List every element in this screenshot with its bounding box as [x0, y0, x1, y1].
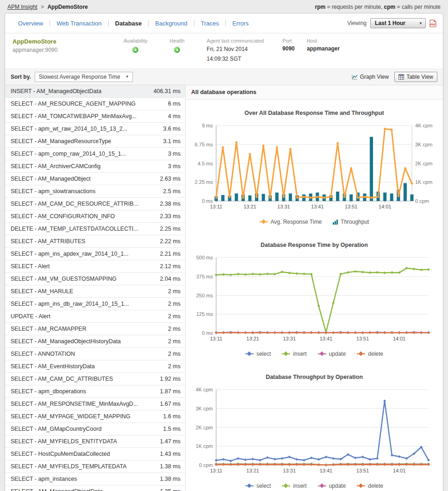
- operation-name: SELECT - AM_ArchiverCAMConfig: [11, 163, 100, 170]
- legend-label: insert: [293, 351, 306, 357]
- agent-date: Fri, 21 Nov 2014: [207, 45, 264, 53]
- operation-row[interactable]: SELECT - AM_CONFIGURATION_INFO2.33 ms: [5, 210, 185, 223]
- operation-row[interactable]: SELECT - AM_HARULE2 ms: [5, 285, 185, 298]
- sort-select[interactable]: Slowest Average Response Time ▼: [35, 72, 133, 82]
- operation-name: SELECT - AM_RESOURCE_AGENT_MAPPING: [11, 101, 136, 107]
- tab-traces[interactable]: Traces: [194, 19, 225, 28]
- svg-text:PDF: PDF: [430, 23, 436, 26]
- top-bar: APM Insight > AppDemoStore rpm = request…: [0, 0, 448, 13]
- operation-row[interactable]: SELECT - apm_dboperations1.87 ms: [5, 385, 185, 398]
- legend-label: delete: [368, 351, 383, 357]
- host-column: Host appmanager: [307, 38, 340, 52]
- health-column: Health: [170, 38, 185, 53]
- tab-database[interactable]: Database: [109, 19, 149, 28]
- operation-row[interactable]: SELECT - apm_instances1.38 ms: [5, 473, 185, 485]
- operation-row[interactable]: SELECT - AM_MYFIELDS_ENTITYDATA1.47 ms: [5, 435, 185, 448]
- operation-time: 2.5 ms: [159, 188, 180, 195]
- operation-row[interactable]: UPDATE - Alert2 ms: [5, 310, 185, 323]
- legend-bars-icon: [333, 219, 338, 225]
- operation-time: 1.38 ms: [156, 476, 180, 482]
- operation-row[interactable]: SELECT - AM_ManagedResourceType3.1 ms: [5, 135, 185, 148]
- operation-row[interactable]: SELECT - AM_MYPAGE_WIDGET_MAPPING1.6 ms: [5, 410, 185, 423]
- operation-row[interactable]: SELECT - ANNOTATION2 ms: [5, 348, 185, 360]
- tab-bar-right: Viewing Last 1 Hour ▼ PDF: [347, 18, 436, 28]
- operation-name: SELECT - AM_CAM_DC_ATTRIBUTES: [11, 376, 113, 382]
- time-range-value: Last 1 Hour: [375, 20, 405, 26]
- operation-time: 1.5 ms: [159, 426, 180, 432]
- operation-row[interactable]: SELECT - AM_TOMCATWEBAPP_MinMaxAvg...4 m…: [5, 110, 185, 123]
- breadcrumb-link-apm-insight[interactable]: APM Insight: [7, 4, 37, 10]
- svg-text:2K cpm: 2K cpm: [195, 424, 212, 430]
- operation-row[interactable]: SELECT - AM_CAM_DC_RESOURCE_ATTRIB...2.3…: [5, 198, 185, 210]
- legend-item-select[interactable]: select: [245, 483, 271, 489]
- legend-item-avg-response-time[interactable]: Avg. Response Time: [260, 219, 322, 225]
- host-value: appmanager: [307, 45, 340, 52]
- legend-line-icon: [282, 484, 290, 488]
- operation-row[interactable]: SELECT - apm_slowtransactions2.5 ms: [5, 185, 185, 198]
- operation-name: SELECT - AM_MYPAGE_WIDGET_MAPPING: [11, 413, 131, 420]
- operation-name: SELECT - AM_GMapCountryCoord: [11, 426, 101, 432]
- legend-item-delete[interactable]: delete: [357, 351, 383, 357]
- operation-row[interactable]: SELECT - AM_ManagedObject2.63 ms: [5, 173, 185, 185]
- svg-text:13:51: 13:51: [356, 336, 369, 341]
- chevron-down-icon: ▼: [125, 75, 129, 79]
- sort-select-value: Slowest Average Response Time: [39, 74, 120, 80]
- operation-row[interactable]: SELECT - HostCpuMemDataCollected1.43 ms: [5, 448, 185, 460]
- operation-row[interactable]: SELECT - apm_ins_db_raw_2014_10_15_1...2…: [5, 298, 185, 310]
- tab-overview[interactable]: Overview: [12, 19, 50, 28]
- chart-legend: Avg. Response TimeThroughput: [186, 219, 443, 225]
- tab-web-transaction[interactable]: Web Transaction: [50, 19, 108, 28]
- operation-row[interactable]: SELECT - AM_GMapCountryCoord1.5 ms: [5, 423, 185, 435]
- legend-item-select[interactable]: select: [245, 351, 271, 357]
- tab-bar: OverviewWeb TransactionDatabaseBackgroun…: [5, 13, 443, 33]
- chart-legend: selectinsertupdatedelete: [186, 483, 443, 489]
- legend-item-update[interactable]: update: [318, 483, 346, 489]
- table-view-label: Table View: [406, 74, 433, 80]
- operation-row[interactable]: SELECT - apm_comp_raw_2014_10_15_1...3 m…: [5, 148, 185, 160]
- table-view-button[interactable]: Table View: [394, 72, 437, 82]
- svg-text:13:11: 13:11: [210, 336, 222, 341]
- operation-row[interactable]: SELECT - apm_ins_apdex_raw_2014_10_1...2…: [5, 248, 185, 260]
- operation-row[interactable]: SELECT - AM_RCAMAPPER2 ms: [5, 323, 185, 335]
- cpm-abbr: cpm: [384, 4, 396, 10]
- operation-row[interactable]: SELECT - AM_ManagedObjectData...1.35 ms: [5, 485, 185, 491]
- content-area: INSERT - AM_ManagedObjectData406.31 msSE…: [5, 85, 443, 491]
- export-pdf-icon[interactable]: PDF: [429, 19, 436, 27]
- operation-row[interactable]: SELECT - AM_ManagedObjectHistoryData2 ms: [5, 335, 185, 348]
- operation-row[interactable]: INSERT - AM_ManagedObjectData406.31 ms: [5, 85, 185, 98]
- legend-item-update[interactable]: update: [318, 351, 346, 357]
- legend-label: update: [329, 351, 346, 357]
- operation-time: 1.35 ms: [156, 488, 180, 491]
- operation-row[interactable]: SELECT - AM_ATTRIBUTES2.22 ms: [5, 235, 185, 248]
- graph-view-button[interactable]: Graph View: [352, 74, 389, 80]
- operation-name: SELECT - AM_MYFIELDS_ENTITYDATA: [11, 438, 117, 445]
- legend-item-throughput[interactable]: Throughput: [333, 219, 369, 225]
- operation-row[interactable]: SELECT - AM_RESOURCE_AGENT_MAPPING6 ms: [5, 98, 185, 110]
- chart-title: Database Throughput by Operation: [186, 374, 443, 380]
- operation-row[interactable]: SELECT - AM_VM_GUESTOSMAPPING2.04 ms: [5, 273, 185, 285]
- operation-time: 2 ms: [164, 313, 180, 320]
- tab-background[interactable]: Background: [149, 19, 193, 28]
- operation-row[interactable]: SELECT - AM_RESPONSETIME_MinMaxAvgD...1.…: [5, 398, 185, 410]
- operation-row[interactable]: SELECT - AM_CAM_DC_ATTRIBUTES1.92 ms: [5, 373, 185, 385]
- time-range-select[interactable]: Last 1 Hour ▼: [370, 18, 426, 28]
- operation-time: 6 ms: [164, 101, 180, 107]
- operation-row[interactable]: SELECT - AM_MYFIELDS_TEMPLATEDATA1.38 ms: [5, 460, 185, 473]
- view-toggles: Graph View Table View: [352, 72, 437, 82]
- operation-row[interactable]: DELETE - AM_TEMP_LATESTDATACOLLECTI...2.…: [5, 223, 185, 235]
- operation-time: 2.21 ms: [156, 251, 180, 257]
- svg-text:9 ms: 9 ms: [202, 123, 213, 128]
- operation-time: 2.22 ms: [156, 238, 180, 245]
- port-column: Port 9090: [282, 38, 295, 52]
- operation-row[interactable]: SELECT - AM_ArchiverCAMConfig3 ms: [5, 160, 185, 173]
- legend-item-insert[interactable]: insert: [282, 483, 306, 489]
- svg-text:13:21: 13:21: [243, 204, 256, 209]
- legend-item-delete[interactable]: delete: [357, 483, 383, 489]
- operation-time: 1.6 ms: [159, 413, 180, 420]
- svg-text:13:51: 13:51: [344, 204, 357, 209]
- operation-row[interactable]: SELECT - AM_EventHistoryData2 ms: [5, 360, 185, 373]
- legend-item-insert[interactable]: insert: [282, 351, 306, 357]
- tab-errors[interactable]: Errors: [226, 19, 255, 28]
- operation-row[interactable]: SELECT - Alert2.12 ms: [5, 260, 185, 273]
- operation-row[interactable]: SELECT - apm_wt_raw_2014_10_15_13_2...3.…: [5, 123, 185, 135]
